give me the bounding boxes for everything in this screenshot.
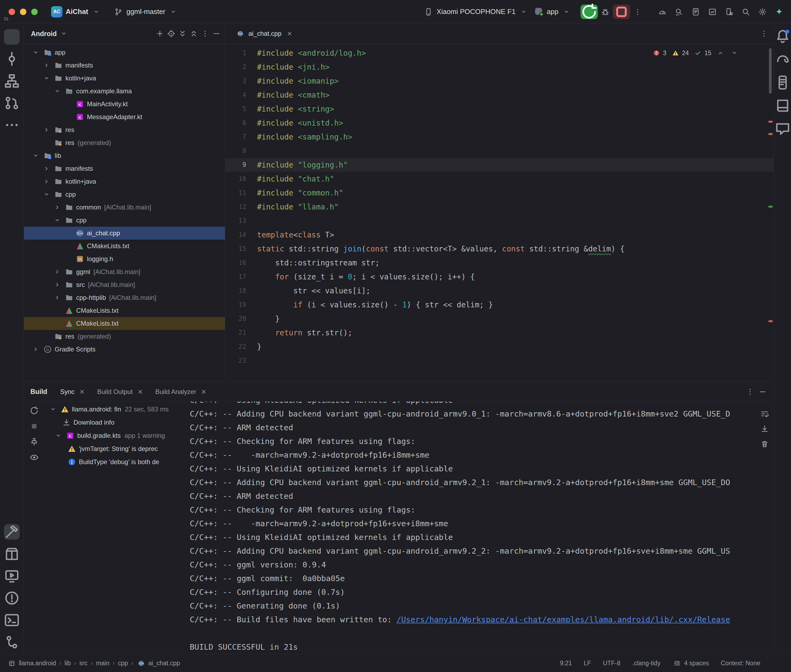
tool-device-explorer-button[interactable] [775, 75, 791, 90]
close-icon[interactable] [199, 387, 209, 397]
tool-gradle-button[interactable] [775, 52, 791, 67]
tree-item-mainactivity-kt[interactable]: KMainActivity.kt [24, 98, 225, 110]
build-console[interactable]: C/C++: -- Using KleidiAI optimized kerne… [190, 402, 774, 654]
tool-pull-requests-button[interactable] [4, 95, 20, 111]
chev-up-icon[interactable] [716, 48, 725, 58]
tab-options-icon[interactable] [759, 29, 769, 38]
expand-icon[interactable] [178, 29, 187, 38]
breadcrumb-item[interactable]: llama.android [7, 659, 56, 668]
tree-item-common[interactable]: common[AiChat.lib.main] [24, 201, 225, 214]
tool-terminal-button[interactable] [4, 612, 20, 628]
tree-item-cmakelists-txt[interactable]: CMakeLists.txt [24, 304, 225, 317]
plus-icon[interactable] [155, 29, 165, 38]
logcat-icon[interactable] [691, 7, 701, 17]
indent-widget[interactable]: 4 spaces [672, 659, 709, 668]
tree-item-lib[interactable]: lib [24, 149, 225, 162]
tree-item-res[interactable]: res [24, 123, 225, 136]
clear-icon[interactable] [760, 439, 770, 449]
tool-problems-button[interactable] [4, 590, 20, 606]
tool-assistant-button[interactable] [775, 121, 791, 137]
vcs-branch-widget[interactable]: ggml-master [110, 4, 182, 19]
hide-build-panel-icon[interactable] [757, 387, 767, 397]
clang-tidy-widget[interactable]: .clang-tidy [632, 660, 661, 667]
error-stripe-mark[interactable] [769, 133, 773, 135]
tree-item-cmakelists-txt[interactable]: CMakeLists.txt [24, 240, 225, 253]
device-manager-icon[interactable] [724, 7, 734, 17]
breadcrumb-item[interactable]: C++ai_chat.cpp [136, 659, 180, 668]
tool-structure-button[interactable] [4, 73, 20, 89]
close-icon[interactable] [77, 387, 87, 397]
breadcrumb-item[interactable]: cpp [118, 660, 128, 667]
tool-project-button[interactable] [4, 29, 20, 45]
tool-packages-button[interactable] [4, 546, 20, 562]
code-editor[interactable]: 1#include <android/log.h>2#include <jni.… [225, 44, 774, 382]
eye-icon[interactable] [29, 453, 39, 462]
app-insights-icon[interactable] [708, 7, 717, 17]
more-actions-button[interactable] [633, 7, 642, 17]
file-encoding[interactable]: UTF-8 [603, 660, 620, 667]
profiler-icon[interactable] [658, 7, 667, 17]
tool-version-control-button[interactable] [4, 634, 20, 650]
vcs-stripe-mark[interactable] [769, 206, 773, 208]
build-tree-item[interactable]: BuildType 'debug' is both de [44, 455, 190, 469]
minimize-window-button[interactable] [20, 9, 26, 15]
tree-item-cpp[interactable]: cpp [24, 188, 225, 201]
tree-item-res[interactable]: res(generated) [24, 330, 225, 343]
build-tab-build-output[interactable]: Build Output [93, 385, 149, 399]
soft-wrap-icon[interactable] [760, 409, 770, 419]
hide-icon[interactable] [212, 29, 221, 38]
tree-item-cpp[interactable]: cpp [24, 214, 225, 227]
build-tab-sync[interactable]: Sync [56, 385, 91, 399]
scroll-end-icon[interactable] [760, 424, 770, 434]
breadcrumb-item[interactable]: main [96, 660, 109, 667]
kebab-icon[interactable] [200, 29, 210, 38]
tree-item-cmakelists-txt[interactable]: CMakeLists.txt [24, 317, 225, 330]
tool-build-button[interactable] [4, 524, 20, 540]
run-config-selector[interactable]: app [533, 4, 573, 19]
editor-scrollbar[interactable] [769, 48, 772, 94]
error-stripe-mark[interactable] [769, 320, 773, 322]
find-icon[interactable] [674, 7, 684, 17]
build-tree-item[interactable]: 'jvmTarget: String' is deprec [44, 442, 190, 455]
tool-documentation-button[interactable] [775, 98, 791, 114]
rerun-icon[interactable] [29, 406, 39, 416]
collapse-icon[interactable] [189, 29, 199, 38]
tree-item-com-example-llama[interactable]: com.example.llama [24, 85, 225, 98]
editor-tab-ai-chat[interactable]: C++ ai_chat.cpp [230, 24, 300, 43]
target-icon[interactable] [166, 29, 176, 38]
tree-item-kotlin-java[interactable]: kotlin+java [24, 72, 225, 85]
build-tree-item[interactable]: Download info [44, 416, 190, 429]
tool-commit-button[interactable] [4, 51, 20, 67]
breadcrumb-item[interactable]: src [79, 660, 87, 667]
caret-position[interactable]: 9:21 [560, 660, 572, 667]
run-button[interactable] [581, 5, 598, 19]
context-widget[interactable]: Context: None [721, 660, 761, 667]
tree-item-manifests[interactable]: manifests [24, 162, 225, 175]
tree-item-ggml[interactable]: ggml[AiChat.lib.main] [24, 266, 225, 278]
build-tree-item[interactable]: llama.android: fin22 sec, 583 ms [44, 403, 190, 416]
pin-icon[interactable] [29, 437, 39, 446]
build-tab-build-analyzer[interactable]: Build Analyzer [151, 385, 213, 399]
project-view-selector[interactable]: Android [31, 30, 57, 38]
build-options-icon[interactable] [745, 387, 755, 397]
settings-icon[interactable] [757, 7, 767, 17]
console-path-link[interactable]: /Users/hanyin/Workspace/ai-chat/examples… [396, 615, 730, 624]
tree-item-logging-h[interactable]: Hlogging.h [24, 253, 225, 266]
close-icon[interactable] [285, 29, 294, 38]
tree-item-gradle-scripts[interactable]: GGradle Scripts [24, 343, 225, 356]
close-window-button[interactable] [9, 9, 15, 15]
project-widget[interactable]: AC AiChat [47, 3, 105, 20]
gemini-icon[interactable] [774, 7, 784, 17]
error-stripe-mark[interactable] [769, 121, 773, 123]
tree-item-ai-chat-cpp[interactable]: C++ai_chat.cpp [24, 227, 225, 240]
stop-grey-icon[interactable] [29, 421, 39, 431]
search-icon[interactable] [741, 7, 751, 17]
tool-notifications-button[interactable] [775, 29, 791, 44]
close-icon[interactable] [135, 387, 145, 397]
build-tree-item[interactable]: Kbuild.gradle.ktsapp 1 warning [44, 429, 190, 442]
line-ending[interactable]: LF [584, 660, 591, 667]
tool-running-devices-button[interactable] [4, 568, 20, 584]
tree-item-app[interactable]: app [24, 46, 225, 59]
device-selector[interactable]: Xiaomi POCOPHONE F1 [422, 4, 530, 19]
tree-item-messageadapter-kt[interactable]: KMessageAdapter.kt [24, 110, 225, 123]
